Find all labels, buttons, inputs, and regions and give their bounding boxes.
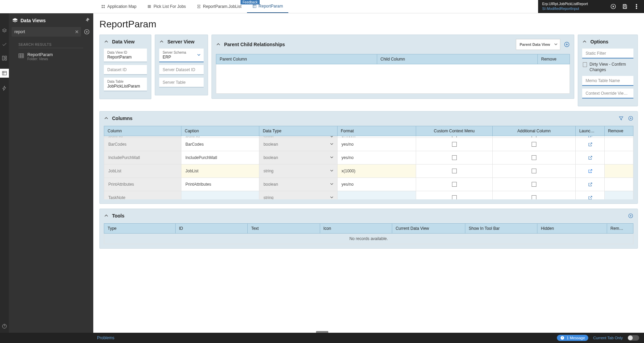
tab-reportparam[interactable]: ReportParam: [247, 0, 288, 13]
checkbox[interactable]: [452, 155, 457, 160]
collapse-icon[interactable]: [104, 116, 109, 121]
field-server-table[interactable]: Server Table: [159, 78, 204, 88]
table-row[interactable]: PrintAttributesPrintAttributesbooleanyes…: [104, 178, 633, 191]
th-format[interactable]: Format: [337, 126, 416, 136]
th-remove[interactable]: Remove: [604, 126, 633, 136]
cell-remove[interactable]: [605, 164, 633, 177]
launch-button[interactable]: [576, 164, 604, 177]
pcr-col-child[interactable]: Child Column: [377, 54, 538, 64]
cell-caption[interactable]: [181, 191, 259, 199]
cell-remove[interactable]: [605, 178, 633, 191]
cell-datatype[interactable]: boolean: [259, 178, 337, 191]
collapse-icon[interactable]: [104, 39, 109, 44]
cell-remove[interactable]: [605, 136, 633, 137]
checkbox[interactable]: [532, 155, 536, 160]
cell-datatype[interactable]: boolean: [259, 138, 337, 151]
problems-link[interactable]: Problems: [97, 335, 114, 340]
search-input[interactable]: [12, 27, 81, 37]
tab-pick-list[interactable]: Pick List For Jobs: [142, 0, 191, 13]
field-server-dataset[interactable]: Server Dataset ID: [159, 65, 204, 75]
cell-format[interactable]: yes/no: [338, 178, 416, 191]
field-dataset-id[interactable]: Dataset ID: [104, 65, 147, 75]
message-pill[interactable]: 1 Message: [557, 335, 588, 341]
table-row[interactable]: TaskNotestring: [104, 191, 633, 200]
checkbox[interactable]: [532, 195, 536, 199]
drag-handle[interactable]: [316, 331, 328, 333]
add-column-button[interactable]: [628, 116, 633, 121]
cell-datatype[interactable]: string: [259, 164, 337, 177]
rail-events-icon[interactable]: [1, 85, 8, 91]
tab-application-map[interactable]: Application Map: [96, 0, 142, 13]
add-tool-button[interactable]: [628, 213, 633, 219]
cell-caption[interactable]: JobList: [181, 164, 259, 177]
checkbox[interactable]: [532, 142, 536, 147]
cell-format[interactable]: yes/no: [338, 151, 416, 164]
launch-button[interactable]: [576, 136, 604, 137]
cell-remove[interactable]: [605, 138, 633, 151]
more-menu-button[interactable]: [633, 3, 640, 10]
cell-datatype[interactable]: string: [259, 136, 337, 137]
checkbox[interactable]: [532, 169, 536, 173]
pcr-col-remove[interactable]: Remove: [538, 54, 570, 64]
th-remove[interactable]: Rem…: [607, 224, 633, 234]
pin-icon[interactable]: [85, 17, 90, 24]
dirty-view-checkbox[interactable]: [583, 62, 587, 67]
rail-check-icon[interactable]: [1, 41, 8, 48]
checkbox[interactable]: [452, 142, 457, 147]
current-tab-only-toggle[interactable]: [628, 335, 639, 341]
th-datatype[interactable]: Data Type: [259, 126, 337, 136]
parent-data-view-dropdown[interactable]: Parent Data View: [516, 39, 560, 50]
table-row[interactable]: JobListJobListstringx(1000): [104, 164, 633, 178]
collapse-icon[interactable]: [216, 42, 221, 47]
checkbox[interactable]: [532, 182, 536, 187]
filter-icon[interactable]: [618, 116, 624, 121]
table-row[interactable]: IncludePurchMatlIncludePurchMatlbooleany…: [104, 151, 633, 164]
rail-layout-icon[interactable]: [1, 55, 8, 61]
th-type[interactable]: Type: [104, 224, 176, 234]
cell-format[interactable]: [338, 191, 416, 199]
checkbox[interactable]: [452, 169, 457, 173]
cell-remove[interactable]: [605, 191, 633, 199]
save-button[interactable]: [621, 3, 628, 10]
add-relationship-button[interactable]: [564, 41, 570, 48]
field-data-view-id[interactable]: Data View ID ReportParam: [104, 49, 147, 62]
th-show[interactable]: Show In Tool Bar: [465, 224, 537, 234]
checkbox[interactable]: [452, 136, 457, 137]
rail-help-icon[interactable]: [1, 323, 8, 329]
sidebar-item-reportparam[interactable]: ReportParam Folder: Views: [12, 50, 91, 64]
clear-search-icon[interactable]: ✕: [75, 29, 79, 35]
checkbox[interactable]: [532, 136, 536, 137]
cell-format[interactable]: x(1000): [338, 164, 416, 177]
th-cdv[interactable]: Current Data View: [392, 224, 465, 234]
cell-caption[interactable]: PrintAttributes: [181, 178, 259, 191]
th-additional[interactable]: Additional Column: [492, 126, 576, 136]
field-memo-table[interactable]: Memo Table Name: [582, 76, 633, 86]
collapse-icon[interactable]: [159, 39, 164, 44]
cell-caption[interactable]: BarCodes: [181, 138, 259, 151]
cell-caption[interactable]: AsmList: [181, 136, 259, 137]
field-server-schema[interactable]: Server Schema ERP: [159, 49, 204, 62]
field-static-filter[interactable]: Static Filter: [582, 49, 633, 58]
cell-remove[interactable]: [605, 151, 633, 164]
launch-button[interactable]: [576, 191, 604, 199]
checkbox[interactable]: [452, 195, 457, 199]
table-row[interactable]: BarCodesBarCodesbooleanyes/no: [104, 138, 633, 151]
rail-data-icon[interactable]: [0, 69, 9, 78]
collapse-icon[interactable]: [104, 213, 109, 218]
th-launch[interactable]: Launc…: [576, 126, 604, 136]
th-ccm[interactable]: Custom Context Menu: [416, 126, 492, 136]
cell-datatype[interactable]: boolean: [259, 151, 337, 164]
cell-format[interactable]: x(1000): [338, 136, 416, 137]
field-data-table[interactable]: Data Table JobPickListParam: [104, 78, 147, 91]
cell-datatype[interactable]: string: [259, 191, 337, 199]
tab-reportparam-joblist[interactable]: ReportParam.JobList: [191, 0, 247, 13]
collapse-icon[interactable]: [582, 39, 587, 44]
launch-button[interactable]: [576, 138, 604, 151]
cell-format[interactable]: yes/no: [338, 138, 416, 151]
th-icon[interactable]: Icon: [320, 224, 392, 234]
th-hidden[interactable]: Hidden: [537, 224, 607, 234]
th-id[interactable]: ID: [175, 224, 247, 234]
cell-caption[interactable]: IncludePurchMatl: [181, 151, 259, 164]
th-caption[interactable]: Caption: [181, 126, 259, 136]
launch-button[interactable]: [576, 178, 604, 191]
